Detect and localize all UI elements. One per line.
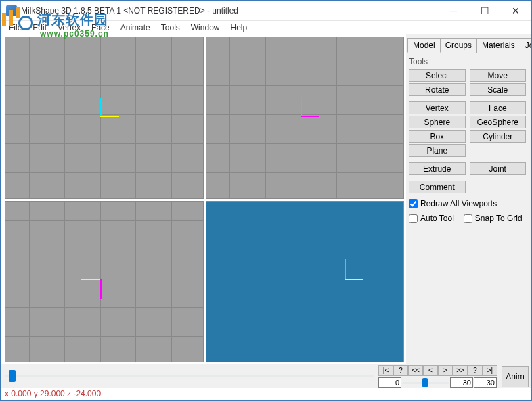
viewport-top-left[interactable]: [5, 37, 204, 199]
tl-ffwd-button[interactable]: >>: [453, 365, 468, 376]
tab-model[interactable]: Model: [407, 38, 441, 53]
extrude-button[interactable]: Extrude: [409, 162, 466, 175]
viewport-grid: [206, 37, 404, 198]
status-coords: x 0.000 y 29.000 z -24.000: [5, 389, 101, 398]
timeline-track: [5, 375, 374, 377]
tools-header: Tools: [409, 57, 526, 66]
tl-prevkey-button[interactable]: ?: [393, 365, 408, 376]
snap-checkbox-row[interactable]: Snap To Grid: [464, 214, 523, 223]
menu-file[interactable]: File: [3, 22, 27, 34]
timeline-buttons: |< ? << < > >> ? >|: [378, 365, 497, 376]
tl-nextkey-button[interactable]: ?: [468, 365, 483, 376]
axis-z-icon: [100, 279, 102, 299]
status-bar: x 0.000 y 29.000 z -24.000: [1, 388, 531, 400]
box-button[interactable]: Box: [409, 130, 466, 143]
auto-tool-checkbox-row[interactable]: Auto Tool: [409, 214, 454, 223]
menu-vertex[interactable]: Vertex: [52, 22, 86, 34]
axis-y-icon: [301, 98, 302, 117]
menubar: File Edit Vertex Face Animate Tools Wind…: [1, 21, 531, 34]
model-panel: Tools Select Move Rotate Scale Vertex Fa…: [407, 53, 527, 230]
viewport-3d[interactable]: [206, 201, 405, 363]
redraw-label: Redraw All Viewports: [420, 199, 497, 208]
timeline: |< ? << < > >> ? >| Anim: [1, 364, 531, 388]
tab-groups[interactable]: Groups: [440, 38, 477, 53]
viewports: [1, 34, 406, 364]
axis-x-icon: [81, 279, 101, 280]
frame-end-input[interactable]: [474, 377, 497, 388]
tl-first-button[interactable]: |<: [378, 365, 393, 376]
tl-last-button[interactable]: >|: [483, 365, 497, 376]
plane-button[interactable]: Plane: [409, 144, 466, 157]
minimize-button[interactable]: ─: [438, 1, 469, 20]
app-icon: [6, 5, 17, 16]
auto-tool-label: Auto Tool: [420, 214, 454, 223]
frame-slider[interactable]: [402, 377, 449, 388]
viewport-grid: [5, 37, 203, 198]
face-button[interactable]: Face: [470, 101, 527, 114]
snap-checkbox[interactable]: [464, 214, 472, 223]
viewport-top-right[interactable]: [206, 37, 405, 199]
sphere-button[interactable]: Sphere: [409, 116, 466, 128]
tab-joints[interactable]: Joints: [520, 38, 532, 53]
axis-z-icon: [301, 116, 319, 117]
axis-x-icon: [345, 279, 363, 280]
workspace: 河东软件园 www.pc0359.cn: [1, 34, 531, 364]
menu-face[interactable]: Face: [86, 22, 115, 34]
scale-button[interactable]: Scale: [470, 83, 527, 96]
viewport-grid: [5, 202, 203, 362]
frame-start-input[interactable]: [378, 377, 401, 388]
anim-button[interactable]: Anim: [502, 366, 529, 387]
redraw-checkbox[interactable]: [409, 199, 418, 208]
axis-x-icon: [100, 116, 119, 117]
rotate-button[interactable]: Rotate: [409, 83, 466, 96]
menu-help[interactable]: Help: [225, 22, 252, 34]
menu-edit[interactable]: Edit: [27, 22, 52, 34]
tab-strip: Model Groups Materials Joints: [407, 37, 527, 53]
auto-tool-checkbox[interactable]: [409, 214, 418, 223]
bottom-bar: |< ? << < > >> ? >| Anim x 0.000 y 29: [1, 364, 531, 400]
select-button[interactable]: Select: [409, 69, 466, 82]
comment-button[interactable]: Comment: [409, 181, 466, 193]
menu-window[interactable]: Window: [185, 22, 225, 34]
timeline-thumb[interactable]: [9, 370, 16, 382]
axis-y-icon: [345, 259, 346, 279]
tl-prev-button[interactable]: <: [423, 365, 438, 376]
timeline-slider[interactable]: [5, 367, 374, 387]
maximize-button[interactable]: ☐: [469, 1, 500, 20]
tl-next-button[interactable]: >: [438, 365, 453, 376]
joint-button[interactable]: Joint: [470, 162, 527, 175]
frame-current-input[interactable]: [450, 377, 473, 388]
snap-label: Snap To Grid: [475, 214, 523, 223]
axis-y-icon: [100, 98, 102, 117]
tl-rewind-button[interactable]: <<: [408, 365, 423, 376]
window-title: MilkShape 3D 1.8.5 BETA 1 <NOT REGISTERE…: [21, 6, 438, 16]
move-button[interactable]: Move: [470, 69, 527, 82]
menu-tools[interactable]: Tools: [156, 22, 185, 34]
redraw-checkbox-row[interactable]: Redraw All Viewports: [409, 199, 526, 208]
menu-animate[interactable]: Animate: [115, 22, 156, 34]
close-button[interactable]: ✕: [500, 1, 531, 20]
window-controls: ─ ☐ ✕: [438, 1, 531, 20]
viewport-bottom-left[interactable]: [5, 201, 204, 363]
geosphere-button[interactable]: GeoSphere: [470, 116, 527, 128]
viewport-grid: [206, 202, 404, 362]
vertex-button[interactable]: Vertex: [409, 101, 466, 114]
tab-materials[interactable]: Materials: [476, 38, 520, 53]
side-panel: Model Groups Materials Joints Tools Sele…: [406, 34, 531, 364]
titlebar: MilkShape 3D 1.8.5 BETA 1 <NOT REGISTERE…: [1, 1, 531, 21]
cylinder-button[interactable]: Cylinder: [470, 130, 527, 143]
